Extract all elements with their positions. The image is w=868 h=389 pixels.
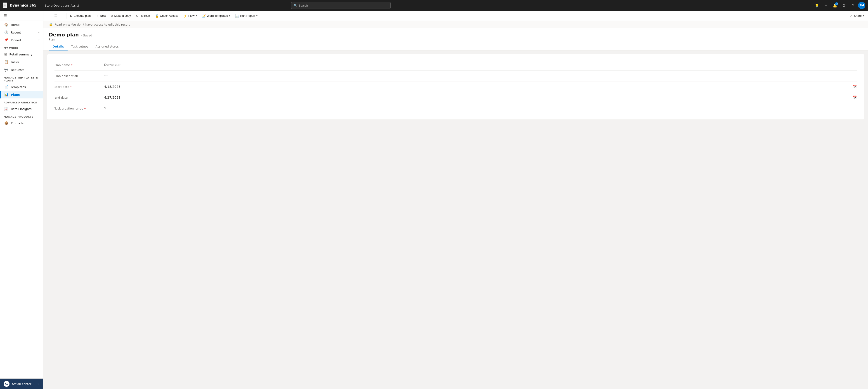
end-date-text: 4/27/2023	[104, 96, 121, 99]
content-area: ← ☰ + ▶ Execute plan ＋ New ⧉ Make a copy…	[43, 11, 868, 389]
execute-plan-icon: ▶	[70, 14, 72, 18]
add-button[interactable]: +	[822, 1, 830, 9]
record-title: Demo plan	[49, 32, 79, 37]
task-creation-range-text: 5	[104, 106, 106, 110]
add-icon: ＋	[96, 14, 99, 18]
lock-icon: 🔒	[49, 23, 53, 26]
lightbulb-button[interactable]: 💡	[813, 1, 821, 9]
diamond-icon: ◇	[37, 382, 39, 385]
start-date-value: 4/18/2023 📅	[104, 85, 857, 89]
sidebar: ☰ 🏠 Home 🕐 Recent ▾ 📌 Pinned ▾ My work ⊞…	[0, 11, 43, 389]
sidebar-item-pinned[interactable]: 📌 Pinned ▾	[0, 36, 43, 44]
form-row-plan-description: Plan description ---	[55, 71, 857, 81]
requests-icon: 💬	[4, 68, 8, 72]
top-nav: ⊞ Dynamics 365 Store Operations Assist 🔍…	[0, 0, 868, 11]
word-templates-caret-icon: ▾	[229, 15, 230, 17]
pin-icon: 📌	[4, 38, 8, 42]
run-report-button[interactable]: 📊 Run Report ▾	[233, 13, 259, 19]
start-date-label: Start date *	[55, 85, 104, 89]
list-view-button[interactable]: ☰	[53, 13, 59, 19]
search-input[interactable]	[299, 4, 388, 7]
plan-name-text: Demo plan	[104, 63, 121, 66]
module-name: Store Operations Assist	[45, 4, 79, 7]
sidebar-item-tasks[interactable]: 📋 Tasks	[0, 58, 43, 66]
settings-button[interactable]: ⚙	[840, 1, 848, 9]
flow-caret-icon: ▾	[196, 15, 197, 17]
check-access-button[interactable]: 🔒 Check Access	[153, 13, 181, 19]
sidebar-item-retail-insights[interactable]: 📈 Retail insights	[0, 105, 43, 113]
run-report-icon: 📊	[235, 14, 239, 18]
start-date-calendar-icon[interactable]: 📅	[852, 85, 857, 89]
flow-button[interactable]: ⚡ Flow ▾	[181, 13, 199, 19]
sidebar-item-recent-label: Recent	[11, 31, 21, 34]
flow-icon: ⚡	[183, 14, 187, 18]
check-access-icon: 🔒	[155, 14, 159, 18]
action-center-avatar: AC	[4, 381, 9, 387]
templates-icon: 📄	[4, 85, 8, 89]
form-row-start-date: Start date * 4/18/2023 📅	[55, 81, 857, 92]
tab-assigned-stores[interactable]: Assigned stores	[92, 43, 123, 51]
plans-icon: 📊	[4, 92, 8, 96]
chevron-down-icon-pinned: ▾	[38, 39, 39, 41]
sidebar-item-recent[interactable]: 🕐 Recent ▾	[0, 29, 43, 36]
record-header: Demo plan - Saved Plan Details Task setu…	[43, 28, 868, 51]
sidebar-item-templates[interactable]: 📄 Templates	[0, 83, 43, 91]
sidebar-item-home[interactable]: 🏠 Home	[0, 21, 43, 29]
app-name: Dynamics 365	[10, 3, 36, 7]
execute-plan-button[interactable]: ▶ Execute plan	[68, 13, 93, 19]
plan-name-value: Demo plan	[104, 63, 857, 66]
sidebar-item-tasks-label: Tasks	[11, 60, 19, 64]
refresh-icon: ↻	[136, 14, 138, 18]
plan-name-required-indicator: *	[71, 63, 72, 67]
products-icon: 📦	[4, 121, 8, 125]
help-button[interactable]: ?	[849, 1, 857, 9]
sidebar-top: ☰	[0, 11, 43, 21]
sidebar-item-products[interactable]: 📦 Products	[0, 119, 43, 127]
sidebar-item-plans[interactable]: 📊 Plans	[0, 91, 43, 99]
notifications-button[interactable]: 🔔 10	[831, 1, 839, 9]
home-icon: 🏠	[4, 23, 8, 27]
sidebar-item-pinned-label: Pinned	[11, 38, 21, 42]
form-row-end-date: End date 4/27/2023 📅	[55, 92, 857, 103]
end-date-calendar-icon[interactable]: 📅	[852, 95, 857, 100]
plan-description-value: ---	[104, 74, 857, 77]
sidebar-item-action-center[interactable]: AC Action center ◇	[0, 379, 43, 389]
tab-details[interactable]: Details	[49, 43, 68, 51]
task-creation-range-value: 5	[104, 106, 857, 110]
user-avatar[interactable]: SM	[858, 2, 865, 9]
refresh-button[interactable]: ↻ Refresh	[133, 13, 152, 19]
plan-name-label: Plan name *	[55, 63, 104, 67]
new-button[interactable]: ＋ New	[93, 12, 108, 19]
word-templates-button[interactable]: 📝 Word Templates ▾	[199, 13, 232, 19]
sidebar-item-retail-summary-label: Retail summary	[9, 53, 33, 56]
sidebar-bottom: AC Action center ◇	[0, 378, 43, 389]
read-only-message: Read-only: You don't have access to edit…	[55, 23, 131, 26]
plan-description-text: ---	[104, 74, 107, 77]
manage-templates-section-label: Manage templates & plans	[0, 74, 43, 83]
tasks-icon: 📋	[4, 60, 8, 64]
sidebar-toggle-button[interactable]: ☰	[3, 13, 8, 19]
share-caret-icon: ▾	[863, 15, 864, 17]
share-button[interactable]: ↗ Share ▾	[848, 13, 866, 19]
new-tab-button[interactable]: +	[59, 13, 65, 19]
make-copy-button[interactable]: ⧉ Make a copy	[108, 12, 133, 19]
sidebar-item-products-label: Products	[11, 121, 24, 125]
end-date-label: End date	[55, 95, 104, 99]
back-button[interactable]: ←	[45, 13, 52, 19]
tab-task-setups[interactable]: Task setups	[68, 43, 92, 51]
search-bar[interactable]: 🔍	[291, 2, 391, 9]
task-creation-range-required-indicator: *	[84, 107, 86, 110]
record-tabs: Details Task setups Assigned stores	[49, 43, 863, 50]
recent-icon: 🕐	[4, 30, 8, 34]
copy-icon: ⧉	[111, 14, 113, 18]
main-layout: ☰ 🏠 Home 🕐 Recent ▾ 📌 Pinned ▾ My work ⊞…	[0, 11, 868, 389]
manage-products-section-label: Manage products	[0, 113, 43, 119]
action-center-label: Action center	[12, 382, 31, 386]
share-icon: ↗	[850, 14, 852, 18]
retail-insights-icon: 📈	[4, 107, 8, 111]
sidebar-item-requests[interactable]: 💬 Requests	[0, 66, 43, 74]
sidebar-item-retail-summary[interactable]: ⊞ Retail summary	[0, 51, 43, 58]
start-date-text: 4/18/2023	[104, 85, 121, 88]
record-title-row: Demo plan - Saved	[49, 32, 863, 37]
waffle-menu-button[interactable]: ⊞	[3, 2, 7, 8]
